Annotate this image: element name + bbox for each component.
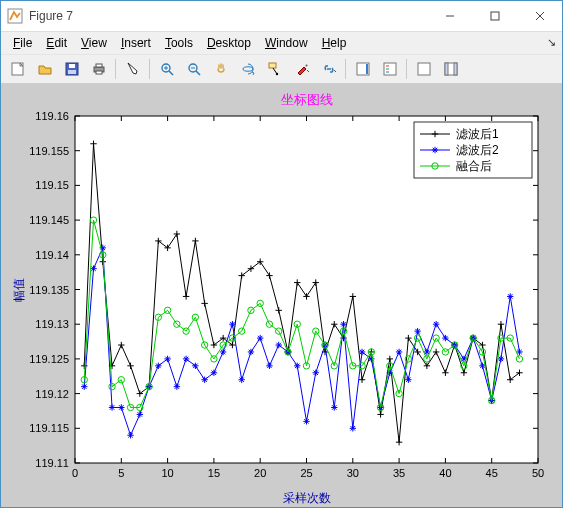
svg-text:40: 40 (439, 467, 451, 479)
menu-window[interactable]: Window (259, 34, 314, 52)
svg-text:10: 10 (161, 467, 173, 479)
svg-text:119.13: 119.13 (35, 318, 69, 330)
svg-text:119.125: 119.125 (29, 353, 69, 365)
svg-rect-0 (8, 9, 22, 23)
svg-text:50: 50 (532, 467, 544, 479)
svg-text:20: 20 (254, 467, 266, 479)
svg-rect-32 (454, 63, 457, 75)
rotate3d-button[interactable] (235, 57, 260, 81)
svg-line-17 (196, 71, 200, 75)
menu-insert[interactable]: Insert (115, 34, 157, 52)
hide-plot-tools-button[interactable] (411, 57, 436, 81)
svg-text:45: 45 (486, 467, 498, 479)
print-button[interactable] (86, 57, 111, 81)
svg-text:25: 25 (300, 467, 312, 479)
svg-text:融合后: 融合后 (456, 159, 492, 173)
menu-file[interactable]: File (7, 34, 38, 52)
svg-text:119.135: 119.135 (29, 284, 69, 296)
svg-line-13 (169, 71, 173, 75)
svg-rect-31 (445, 63, 448, 75)
pan-button[interactable] (208, 57, 233, 81)
svg-text:采样次数: 采样次数 (283, 491, 331, 505)
svg-text:5: 5 (118, 467, 124, 479)
window-title: Figure 7 (29, 9, 427, 23)
svg-text:35: 35 (393, 467, 405, 479)
show-plot-tools-button[interactable] (438, 57, 463, 81)
svg-rect-2 (491, 12, 499, 20)
svg-rect-10 (96, 64, 102, 67)
svg-text:119.11: 119.11 (35, 457, 69, 469)
svg-text:119.155: 119.155 (29, 145, 69, 157)
svg-rect-7 (69, 64, 75, 68)
svg-text:119.145: 119.145 (29, 214, 69, 226)
svg-rect-25 (384, 63, 396, 75)
new-figure-button[interactable] (5, 57, 30, 81)
maximize-button[interactable] (472, 2, 517, 31)
svg-rect-8 (68, 70, 76, 74)
figure-area: 坐标图线05101520253035404550119.11119.115119… (1, 84, 562, 507)
dock-icon[interactable]: ↘ (547, 36, 556, 49)
minimize-button[interactable] (427, 2, 472, 31)
svg-text:119.15: 119.15 (35, 179, 69, 191)
chart-svg[interactable]: 坐标图线05101520253035404550119.11119.115119… (5, 88, 558, 507)
open-button[interactable] (32, 57, 57, 81)
menu-view[interactable]: View (75, 34, 113, 52)
matlab-icon (7, 8, 23, 24)
svg-text:119.14: 119.14 (35, 249, 69, 261)
zoom-in-button[interactable] (154, 57, 179, 81)
svg-text:119.16: 119.16 (35, 110, 69, 122)
data-cursor-button[interactable] (262, 57, 287, 81)
link-button[interactable] (316, 57, 341, 81)
menubar: File Edit View Insert Tools Desktop Wind… (1, 32, 562, 54)
svg-text:坐标图线: 坐标图线 (281, 92, 333, 107)
svg-text:0: 0 (72, 467, 78, 479)
menu-tools[interactable]: Tools (159, 34, 199, 52)
zoom-out-button[interactable] (181, 57, 206, 81)
svg-text:滤波后1: 滤波后1 (456, 127, 499, 141)
edit-plot-button[interactable] (120, 57, 145, 81)
svg-point-19 (243, 67, 253, 71)
svg-text:119.115: 119.115 (29, 422, 69, 434)
menu-help[interactable]: Help (316, 34, 353, 52)
svg-rect-29 (418, 63, 430, 75)
svg-text:滤波后2: 滤波后2 (456, 143, 499, 157)
save-button[interactable] (59, 57, 84, 81)
svg-rect-20 (269, 63, 276, 68)
svg-text:30: 30 (347, 467, 359, 479)
svg-rect-11 (96, 71, 102, 74)
menu-edit[interactable]: Edit (40, 34, 73, 52)
svg-text:幅值: 幅值 (12, 278, 26, 302)
svg-point-22 (275, 73, 277, 75)
close-button[interactable] (517, 2, 562, 31)
svg-text:119.12: 119.12 (35, 388, 69, 400)
svg-text:15: 15 (208, 467, 220, 479)
toolbar (1, 54, 562, 84)
menu-desktop[interactable]: Desktop (201, 34, 257, 52)
svg-rect-24 (366, 64, 368, 74)
insert-colorbar-button[interactable] (350, 57, 375, 81)
brush-button[interactable] (289, 57, 314, 81)
titlebar: Figure 7 (1, 1, 562, 32)
insert-legend-button[interactable] (377, 57, 402, 81)
